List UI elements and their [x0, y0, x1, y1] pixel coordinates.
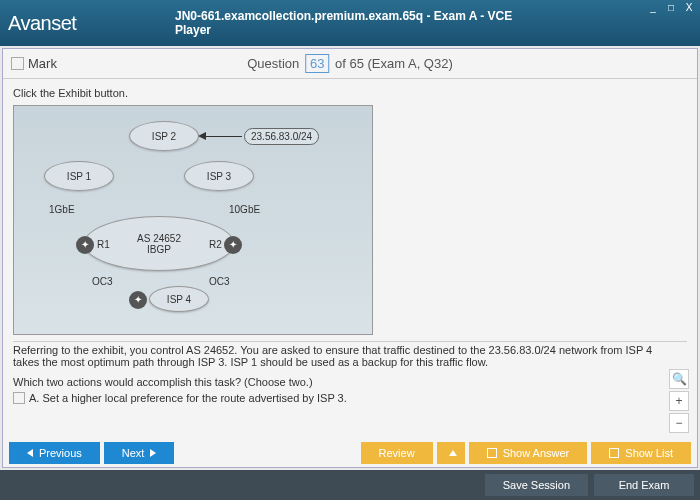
content-pane: Mark Question 63 of 65 (Exam A, Q32) Cli…: [2, 48, 698, 468]
show-answer-button[interactable]: Show Answer: [469, 442, 588, 464]
review-label: Review: [379, 447, 415, 459]
question-number[interactable]: 63: [305, 54, 329, 73]
save-session-button[interactable]: Save Session: [485, 474, 588, 496]
previous-button[interactable]: Previous: [9, 442, 100, 464]
square-icon: [609, 448, 619, 458]
app-logo: Avanset: [8, 12, 76, 35]
footer-button-bar: Save Session End Exam: [0, 470, 700, 500]
isp1-cloud: ISP 1: [44, 161, 114, 191]
question-prompt: Which two actions would accomplish this …: [13, 376, 687, 388]
question-rest: of 65 (Exam A, Q32): [335, 56, 453, 71]
title-bar: Avanset JN0-661.examcollection.premium.e…: [0, 0, 700, 46]
question-word: Question: [247, 56, 299, 71]
ibgp-label: IBGP: [147, 244, 171, 255]
r1-router-icon: ✦: [76, 236, 94, 254]
exhibit-instruction: Click the Exhibit button.: [13, 87, 687, 99]
arrow-line: [202, 136, 242, 137]
zoom-in-button[interactable]: +: [669, 391, 689, 411]
search-icon[interactable]: 🔍: [669, 369, 689, 389]
previous-label: Previous: [39, 447, 82, 459]
option-a-checkbox[interactable]: [13, 392, 25, 404]
maximize-icon[interactable]: □: [664, 2, 678, 16]
isp4-cloud: ISP 4: [149, 286, 209, 312]
mark-checkbox[interactable]: [11, 57, 24, 70]
isp3-cloud: ISP 3: [184, 161, 254, 191]
nav-button-bar: Previous Next Review Show Answer Show Li…: [3, 439, 697, 467]
chevron-up-icon: [449, 450, 457, 456]
option-a-row: A. Set a higher local preference for the…: [13, 392, 687, 404]
window-controls: _ □ X: [646, 2, 696, 16]
mark-label: Mark: [28, 56, 57, 71]
show-list-button[interactable]: Show List: [591, 442, 691, 464]
review-button[interactable]: Review: [361, 442, 433, 464]
question-bar: Mark Question 63 of 65 (Exam A, Q32): [3, 49, 697, 79]
router-bottom-icon: ✦: [129, 291, 147, 309]
window-title: JN0-661.examcollection.premium.exam.65q …: [175, 9, 525, 37]
as-label: AS 24652: [137, 233, 181, 244]
question-body: Click the Exhibit button. ISP 2 23.56.83…: [3, 79, 697, 439]
arrow-head-icon: [198, 132, 206, 140]
question-counter: Question 63 of 65 (Exam A, Q32): [247, 54, 453, 73]
option-a-text: A. Set a higher local preference for the…: [29, 392, 347, 404]
next-label: Next: [122, 447, 145, 459]
close-icon[interactable]: X: [682, 2, 696, 16]
oc3b-label: OC3: [209, 276, 230, 287]
exhibit-image: ISP 2 23.56.83.0/24 ISP 1 ISP 3 1GbE 10G…: [13, 105, 373, 335]
oc3a-label: OC3: [92, 276, 113, 287]
show-list-label: Show List: [625, 447, 673, 459]
gbe10-label: 10GbE: [229, 204, 260, 215]
r2-label: R2: [209, 239, 222, 250]
network-label: 23.56.83.0/24: [244, 128, 319, 145]
side-tools: 🔍 + −: [669, 369, 689, 433]
isp2-cloud: ISP 2: [129, 121, 199, 151]
r1-label: R1: [97, 239, 110, 250]
gbe1-label: 1GbE: [49, 204, 75, 215]
review-up-button[interactable]: [437, 442, 465, 464]
next-button[interactable]: Next: [104, 442, 175, 464]
square-icon: [487, 448, 497, 458]
show-answer-label: Show Answer: [503, 447, 570, 459]
r2-router-icon: ✦: [224, 236, 242, 254]
zoom-out-button[interactable]: −: [669, 413, 689, 433]
minimize-icon[interactable]: _: [646, 2, 660, 16]
chevron-left-icon: [27, 449, 33, 457]
chevron-right-icon: [150, 449, 156, 457]
question-text: Referring to the exhibit, you control AS…: [13, 344, 687, 368]
end-exam-button[interactable]: End Exam: [594, 474, 694, 496]
